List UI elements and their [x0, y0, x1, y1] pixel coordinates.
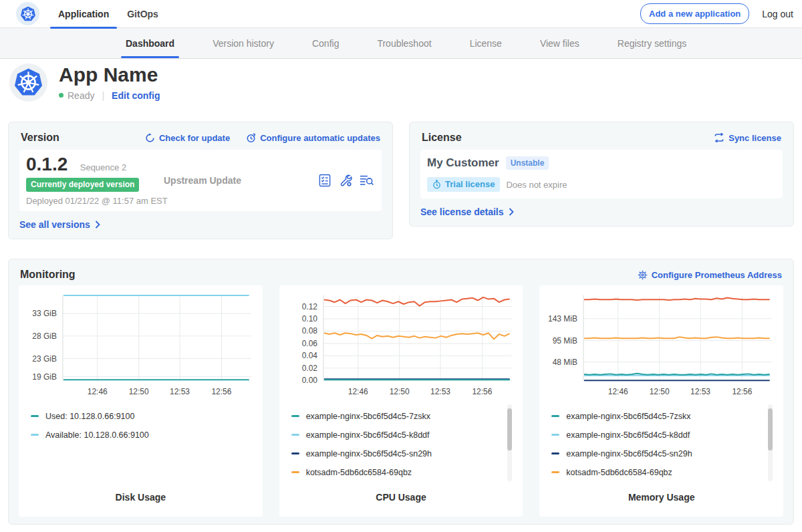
configure-prometheus-link[interactable]: Configure Prometheus Address	[638, 270, 782, 280]
legend-item: example-nginx-5bc6f5d4c5-sn29h	[551, 449, 783, 458]
svg-text:0.12: 0.12	[301, 302, 317, 311]
svg-text:19 GiB: 19 GiB	[32, 372, 57, 382]
legend-item: example-nginx-5bc6f5d4c5-7zskx	[291, 412, 523, 421]
legend-label: Available: 10.128.0.66:9100	[45, 430, 149, 440]
chart-plot: 33 GiB28 GiB23 GiB19 GiB12:4612:5012:531…	[19, 287, 263, 399]
legend-item: example-nginx-5bc6f5d4c5-sn29h	[291, 449, 523, 458]
kubernetes-app-icon	[13, 68, 43, 98]
legend-item: example-nginx-5bc6f5d4c5-7zskx	[551, 412, 783, 421]
chart-title: Memory Usage	[539, 492, 783, 503]
app-logo	[9, 63, 47, 102]
status-dot	[59, 93, 63, 98]
topnav-tab-application[interactable]: Application	[50, 0, 117, 28]
svg-text:0.10: 0.10	[301, 314, 317, 323]
chevron-right-icon	[95, 221, 100, 229]
subnav-tab-version-history[interactable]: Version history	[208, 28, 279, 58]
legend-label: example-nginx-5bc6f5d4c5-7zskx	[306, 412, 430, 421]
add-new-application-button[interactable]: Add a new application	[640, 3, 749, 24]
svg-text:33 GiB: 33 GiB	[32, 309, 57, 318]
release-notes-icon[interactable]	[317, 173, 332, 188]
legend-label: kotsadm-5db6dc6584-69qbz	[306, 468, 412, 477]
subnav-tab-view-files[interactable]: View files	[535, 28, 584, 58]
svg-text:0.02: 0.02	[301, 364, 317, 373]
legend-item: kotsadm-5db6dc6584-69qbz	[551, 468, 783, 477]
monitoring-card: Monitoring Configure Prometheus Address …	[8, 259, 794, 525]
upstream-update-label: Upstream Update	[164, 175, 317, 186]
subnav-tab-registry-settings[interactable]: Registry settings	[613, 28, 691, 58]
legend-item: kotsadm-5db6dc6584-69qbz	[291, 468, 523, 477]
legend-dash	[291, 452, 299, 454]
sync-icon	[714, 133, 724, 142]
svg-text:0.00: 0.00	[301, 376, 317, 385]
svg-text:12:46: 12:46	[608, 387, 628, 396]
see-license-details-link[interactable]: See license details	[420, 207, 514, 217]
svg-text:0.08: 0.08	[301, 326, 317, 336]
legend-dash	[291, 471, 299, 473]
kubernetes-logo-icon	[20, 6, 36, 22]
chart-legend: Used: 10.128.0.66:9100Available: 10.128.…	[31, 412, 263, 488]
legend-dash	[551, 415, 559, 417]
legend-scrollbar[interactable]	[768, 404, 773, 481]
chart-legend: example-nginx-5bc6f5d4c5-7zskxexample-ng…	[551, 412, 783, 488]
svg-text:95 MiB: 95 MiB	[553, 336, 577, 346]
top-nav: ApplicationGitOps	[50, 0, 168, 28]
logout-link[interactable]: Log out	[762, 9, 793, 19]
version-card: Version Check for update	[8, 122, 393, 239]
svg-text:0.04: 0.04	[301, 351, 317, 360]
subnav-tab-config[interactable]: Config	[307, 28, 344, 58]
trial-license-badge: Trial license	[427, 177, 500, 192]
svg-text:23 GiB: 23 GiB	[32, 354, 57, 364]
chart-legend: example-nginx-5bc6f5d4c5-7zskxexample-ng…	[291, 412, 523, 488]
legend-scrollbar-thumb[interactable]	[768, 408, 773, 450]
view-diff-icon[interactable]	[359, 173, 375, 188]
svg-text:143 MiB: 143 MiB	[548, 314, 577, 323]
divider: |	[102, 90, 104, 101]
chart-plot: 0.120.100.080.060.040.020.0012:4612:5012…	[279, 287, 523, 399]
legend-item: Used: 10.128.0.66:9100	[31, 412, 263, 421]
legend-label: Used: 10.128.0.66:9100	[45, 412, 134, 421]
current-version-box: 0.1.2 Sequence 2 Currently deployed vers…	[19, 150, 382, 211]
chart-card-disk-usage: 33 GiB28 GiB23 GiB19 GiB12:4612:5012:531…	[19, 285, 263, 517]
license-card: License Sync license My Customer Unstabl…	[409, 122, 794, 227]
subnav-tab-troubleshoot[interactable]: Troubleshoot	[372, 28, 436, 58]
legend-dash	[551, 471, 559, 473]
chart-card-memory-usage: 143 MiB95 MiB48 MiB12:4612:5012:5312:56e…	[539, 285, 783, 517]
chart-title: Disk Usage	[19, 492, 263, 503]
legend-scrollbar-thumb[interactable]	[507, 408, 512, 450]
legend-item: example-nginx-5bc6f5d4c5-k8ddf	[291, 430, 523, 440]
config-wrench-icon[interactable]	[338, 173, 353, 188]
configure-automatic-updates-link[interactable]: Configure automatic updates	[246, 133, 380, 143]
svg-text:12:53: 12:53	[170, 387, 190, 396]
deployed-timestamp: Deployed 01/21/22 @ 11:57 am EST	[26, 196, 164, 206]
edit-config-link[interactable]: Edit config	[112, 90, 160, 101]
kubernetes-logo	[16, 2, 39, 25]
svg-text:0.06: 0.06	[301, 339, 317, 348]
chevron-right-icon	[509, 208, 514, 216]
svg-text:12:50: 12:50	[389, 387, 409, 396]
license-expiry: Does not expire	[506, 180, 567, 190]
subnav-tab-dashboard[interactable]: Dashboard	[121, 28, 179, 58]
sync-license-link[interactable]: Sync license	[714, 133, 781, 143]
version-number: 0.1.2	[26, 154, 68, 174]
legend-scrollbar[interactable]	[507, 404, 512, 481]
legend-dash	[291, 434, 299, 436]
customer-name: My Customer	[427, 156, 499, 170]
svg-text:12:46: 12:46	[348, 387, 368, 396]
svg-text:12:46: 12:46	[88, 387, 108, 396]
legend-label: example-nginx-5bc6f5d4c5-k8ddf	[306, 430, 430, 440]
svg-text:12:56: 12:56	[732, 387, 753, 396]
svg-text:12:53: 12:53	[690, 387, 710, 396]
svg-text:12:56: 12:56	[472, 387, 492, 396]
svg-text:12:56: 12:56	[211, 387, 231, 396]
topnav-tab-gitops[interactable]: GitOps	[119, 0, 166, 28]
check-for-update-link[interactable]: Check for update	[145, 133, 230, 143]
license-card-title: License	[422, 132, 462, 144]
chart-plot: 143 MiB95 MiB48 MiB12:4612:5012:5312:56	[539, 287, 783, 399]
gear-icon	[638, 270, 648, 280]
schedule-update-icon	[246, 133, 256, 143]
legend-dash	[291, 415, 299, 417]
see-all-versions-link[interactable]: See all versions	[19, 219, 100, 230]
legend-dash	[31, 415, 39, 417]
stopwatch-icon	[432, 180, 441, 189]
subnav-tab-license[interactable]: License	[465, 28, 507, 58]
